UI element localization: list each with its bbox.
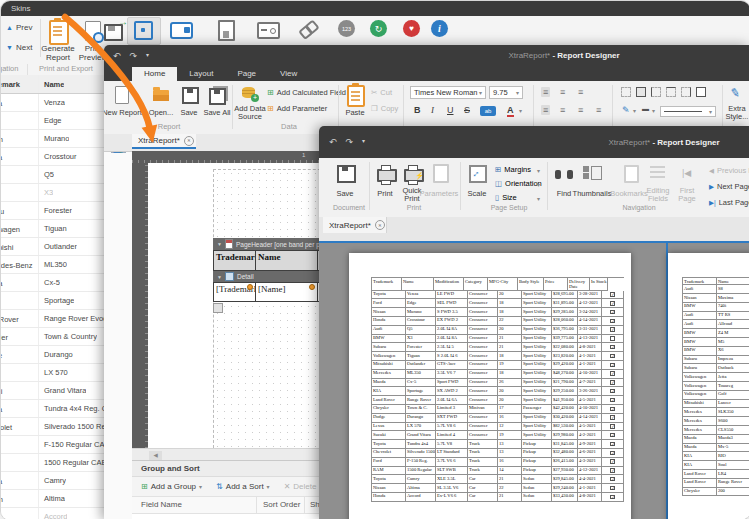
table-row[interactable]: Mercedes-Benz ML350: [1, 256, 104, 274]
border-box-button[interactable]: [696, 87, 706, 97]
preview-page-2[interactable]: Trademark Name Audi S8 Nissan Maxima: [668, 253, 749, 519]
save-button[interactable]: Save: [327, 189, 363, 198]
close-tab-icon[interactable]: ✕: [375, 220, 385, 230]
line-thickness-combo[interactable]: ▾: [660, 106, 716, 117]
extra-styles-button[interactable]: ExtraStyle...: [720, 105, 749, 121]
first-page-button[interactable]: First Page: [671, 187, 703, 203]
table-row[interactable]: Lexus LX 570: [1, 364, 104, 382]
collapse-band-icon[interactable]: ▼: [217, 241, 222, 247]
tab-home[interactable]: Home: [132, 67, 177, 81]
margins-button[interactable]: ⊞ Margins: [495, 165, 531, 174]
cut-button[interactable]: ✂Cut: [371, 88, 392, 97]
size-dropdown-icon[interactable]: ▾: [537, 195, 540, 202]
table-row[interactable]: Chrysler Town & Country: [1, 328, 104, 346]
font-color-button[interactable]: A: [507, 105, 514, 117]
border-right-button[interactable]: [681, 87, 691, 97]
scale-button[interactable]: Scale: [461, 189, 493, 198]
scroll-left-icon[interactable]: ◀: [149, 451, 162, 460]
name-column-header[interactable]: Name: [39, 80, 64, 89]
bookmarks-icon[interactable]: [624, 165, 639, 183]
next-button[interactable]: ▼ Next: [6, 43, 32, 52]
table-row[interactable]: Toyota Camry: [1, 472, 104, 490]
table-row[interactable]: Audi Q5: [1, 166, 104, 184]
designer-doc-tab[interactable]: XtraReport* ✕: [132, 134, 196, 149]
orientation-button[interactable]: ◫ Orientation: [495, 179, 542, 188]
find-icon[interactable]: [555, 166, 574, 179]
border-left-button[interactable]: [651, 87, 661, 97]
design-header-cell-trademark[interactable]: Trademark: [213, 250, 256, 271]
tab-view[interactable]: View: [268, 67, 309, 81]
italic-button[interactable]: I: [431, 105, 434, 115]
save-icon[interactable]: [182, 87, 199, 104]
table-row[interactable]: Toyota Venza: [1, 94, 104, 112]
add-data-source-button[interactable]: Add Data Source: [229, 105, 271, 121]
cars-data-grid[interactable]: Trademark Name Toyota Venza Ford Edge Ni…: [1, 75, 105, 519]
tab-layout[interactable]: Layout: [177, 67, 225, 81]
table-row[interactable]: Honda Crosstour: [1, 148, 104, 166]
preview-title-bar[interactable]: ↶ ↷ ▾ XtraReport* - Report Designer: [319, 126, 749, 158]
font-color-dropdown-icon[interactable]: ▾: [519, 107, 522, 114]
scale-icon[interactable]: [469, 165, 487, 183]
font-size-combo[interactable]: 9.75▾: [489, 86, 523, 99]
underline-button[interactable]: U: [447, 105, 454, 115]
copy-button[interactable]: ❐Copy: [371, 104, 398, 113]
open-icon[interactable]: [153, 90, 169, 101]
design-header-cell-name[interactable]: Name: [255, 250, 318, 271]
link-icon[interactable]: [297, 17, 321, 41]
refresh-badge-icon[interactable]: ↻: [370, 20, 387, 37]
new-report-button[interactable]: New Report: [104, 108, 144, 117]
table-row[interactable]: Mitsubishi Outlander: [1, 238, 104, 256]
generate-report-icon[interactable]: [49, 20, 69, 45]
numbers-badge-icon[interactable]: 123: [338, 20, 355, 37]
add-sort-button[interactable]: ⇅ Add a Sort ▾: [216, 482, 270, 491]
editing-fields-icon[interactable]: [650, 166, 665, 178]
align-top-button[interactable]: ≡: [541, 87, 550, 97]
data-grid-header[interactable]: Trademark Name: [1, 75, 104, 94]
save-icon[interactable]: [337, 165, 356, 183]
border-all-button[interactable]: [636, 87, 646, 97]
bold-button[interactable]: B: [414, 105, 421, 115]
align-middle-button[interactable]: ≡: [560, 87, 565, 97]
table-row[interactable]: Ford Edge: [1, 112, 104, 130]
previous-page-button[interactable]: ◀ Previous Page: [709, 166, 749, 175]
info-badge-icon[interactable]: i: [431, 20, 448, 37]
add-parameter-button[interactable]: ⊞ Add Parameter: [267, 104, 327, 113]
dock-panel-icon[interactable]: [170, 22, 193, 39]
save-all-icon[interactable]: [209, 88, 226, 105]
favorite-badge-icon[interactable]: ♥: [403, 20, 420, 37]
zoom-fit-icon[interactable]: [134, 21, 153, 40]
redo-icon[interactable]: ↷: [130, 51, 138, 61]
qat-dropdown-icon[interactable]: ▾: [362, 137, 365, 147]
parameters-button[interactable]: Parameters: [417, 189, 461, 198]
table-row[interactable]: Nissan Altima: [1, 490, 104, 508]
thumbnails-icon[interactable]: [583, 166, 601, 179]
table-row[interactable]: Chevrolet Silverado 1500 Regular Cab: [1, 418, 104, 436]
prev-button[interactable]: ▲ Prev: [6, 23, 32, 32]
align-justify-button[interactable]: ≡: [596, 105, 601, 115]
highlight-color-button[interactable]: ab: [480, 106, 496, 116]
table-row[interactable]: Land Rover Range Rover Evoque: [1, 310, 104, 328]
strikeout-button[interactable]: S: [464, 105, 470, 115]
align-right-button[interactable]: ≡: [578, 105, 583, 115]
tab-page[interactable]: Page: [225, 67, 268, 81]
size-button[interactable]: ▯ Size: [495, 193, 517, 202]
align-bottom-button[interactable]: ≡: [578, 87, 583, 97]
table-row[interactable]: Toyota Tundra 4x4 Reg. Cab: [1, 400, 104, 418]
border-none-button[interactable]: [621, 87, 631, 97]
table-row[interactable]: Suzuki Grand Vitara: [1, 382, 104, 400]
paste-button[interactable]: Paste: [340, 108, 370, 117]
new-report-icon[interactable]: [115, 86, 129, 104]
redo-icon[interactable]: ↷: [346, 137, 354, 147]
field-name-column[interactable]: Field Name: [141, 500, 182, 509]
table-row[interactable]: Honda Accord: [1, 508, 104, 519]
key-window-icon[interactable]: [257, 22, 280, 39]
close-tab-icon[interactable]: ✕: [184, 136, 194, 146]
undo-icon[interactable]: ↶: [113, 51, 121, 61]
border-color-pen-icon[interactable]: ✎: [622, 105, 630, 115]
table-row[interactable]: Subaru Forester: [1, 202, 104, 220]
add-calculated-field-button[interactable]: ⊞ Add Calculated Field: [267, 88, 346, 97]
paste-icon[interactable]: [347, 85, 365, 107]
editing-fields-button[interactable]: Editing Fields: [641, 187, 675, 203]
band-resize-handle[interactable]: [213, 303, 223, 313]
table-row[interactable]: Ford F-150 Regular CAB 4X4: [1, 436, 104, 454]
